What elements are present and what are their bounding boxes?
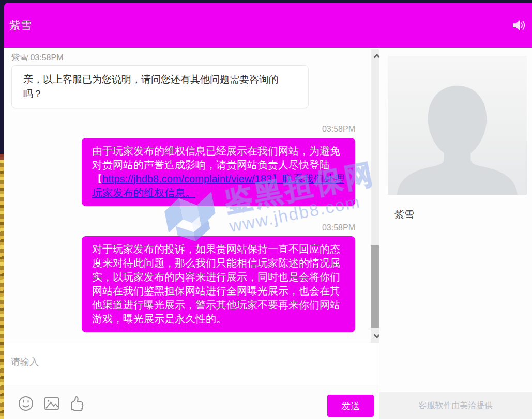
agent-sidebar: 紫雪 客服软件由美洽提供 — [379, 48, 532, 419]
outgoing-message-bubble: 对于玩家发布的投诉，如果贵网站保持一直不回应的态度来对待此问题，那么我们只能相信… — [82, 236, 355, 332]
send-button[interactable]: 发送 — [327, 395, 374, 417]
thumbs-up-icon — [68, 395, 87, 414]
message-input[interactable] — [4, 343, 379, 385]
message-list: 紫雪 03:58PM 亲，以上客服已为您说明，请问您还有其他问题需要咨询的吗？ … — [4, 48, 379, 343]
chat-header-title: 紫雪 — [9, 18, 32, 33]
message-time: 03:58PM — [11, 223, 355, 232]
speaker-icon[interactable] — [512, 19, 526, 32]
provider-footer[interactable]: 客服软件由美洽提供 — [379, 392, 532, 419]
composer-toolbar: 发送 — [4, 385, 379, 419]
outgoing-message-text: 对于玩家发布的投诉，如果贵网站保持一直不回应的态度来对待此问题，那么我们只能相信… — [92, 243, 340, 324]
incoming-message-bubble: 亲，以上客服已为您说明，请问您还有其他问题需要咨询的吗？ — [11, 65, 309, 108]
emoji-icon — [17, 395, 35, 414]
browser-viewport: 紫雪 紫雪 03:58PM 亲，以上客服已为您说明，请问您还有其他问题需要咨询的… — [0, 0, 532, 419]
widget-body: 紫雪 03:58PM 亲，以上客服已为您说明，请问您还有其他问题需要咨询的吗？ … — [4, 48, 532, 419]
outgoing-message-bubble: 由于玩家发布的维权信息已经展示在我们网站，为避免对贵网站的声誉造成影响，请贵网站… — [82, 138, 355, 206]
image-icon — [43, 395, 60, 414]
agent-name: 紫雪 — [394, 208, 532, 222]
incoming-message-text: 亲，以上客服已为您说明，请问您还有其他问题需要咨询的吗？ — [23, 74, 279, 99]
person-silhouette-icon — [388, 188, 527, 195]
message-meta: 紫雪 03:58PM — [11, 53, 355, 63]
message-time: 03:58PM — [11, 125, 355, 134]
agent-avatar — [388, 56, 527, 195]
chat-panel: 紫雪 03:58PM 亲，以上客服已为您说明，请问您还有其他问题需要咨询的吗？ … — [4, 48, 379, 419]
rate-thumbs-up-button[interactable] — [68, 395, 87, 414]
provider-footer-text: 客服软件由美洽提供 — [419, 400, 493, 411]
composer — [4, 343, 379, 385]
emoji-button[interactable] — [17, 395, 35, 414]
chat-widget: 紫雪 紫雪 03:58PM 亲，以上客服已为您说明，请问您还有其他问题需要咨询的… — [4, 3, 532, 419]
image-upload-button[interactable] — [42, 395, 61, 414]
chat-header: 紫雪 — [4, 3, 532, 48]
complaint-link[interactable]: https://jhdb8.com/complaint/view/183】联系我… — [92, 173, 344, 198]
